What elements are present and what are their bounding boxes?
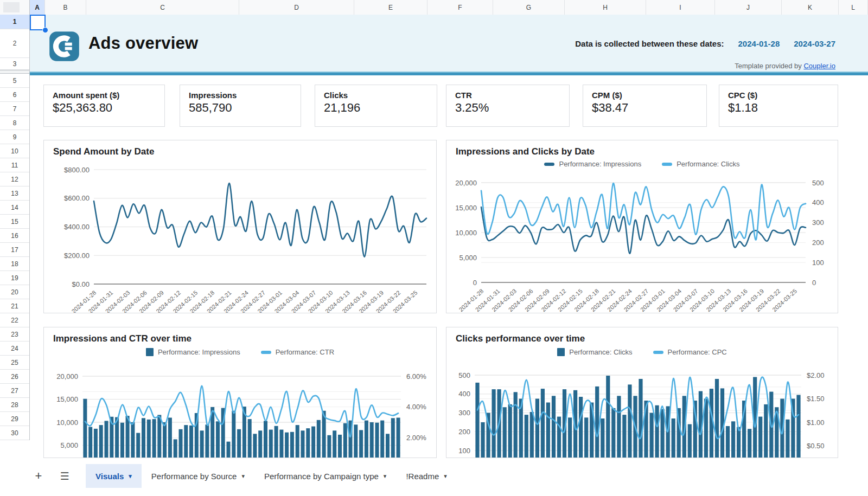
page-title: Ads overview <box>88 34 198 53</box>
row-header-24[interactable]: 24 <box>0 342 29 356</box>
kpi-card[interactable]: Clicks 21,196 <box>315 85 437 127</box>
row-header-1[interactable]: 1 <box>0 15 29 29</box>
sheet-tab-label: Performance by Source <box>151 472 237 481</box>
coupler-logo-icon <box>49 31 80 62</box>
svg-text:5,000: 5,000 <box>459 254 477 262</box>
svg-text:300: 300 <box>458 409 470 417</box>
row-header-29[interactable]: 29 <box>0 412 29 426</box>
kpi-label: Amount spent ($) <box>53 91 156 100</box>
kpi-label: CPM ($) <box>592 91 698 100</box>
column-header-E[interactable]: E <box>354 0 427 15</box>
row-header-7[interactable]: 7 <box>0 102 29 116</box>
row-header-19[interactable]: 19 <box>0 271 29 285</box>
row-header-14[interactable]: 14 <box>0 201 29 215</box>
svg-text:15,000: 15,000 <box>56 395 78 403</box>
svg-text:10,000: 10,000 <box>455 229 477 237</box>
row-header-10[interactable]: 10 <box>0 144 29 158</box>
svg-text:400: 400 <box>812 198 824 207</box>
kpi-label: CPC ($) <box>728 91 829 100</box>
svg-text:$800.00: $800.00 <box>64 166 90 174</box>
column-header-F[interactable]: F <box>427 0 493 15</box>
row-header-8[interactable]: 8 <box>0 116 29 130</box>
sheet-tab-label: Visuals <box>95 472 124 481</box>
row-header-26[interactable]: 26 <box>0 370 29 384</box>
svg-text:20,000: 20,000 <box>56 372 78 381</box>
column-header-I[interactable]: I <box>646 0 715 15</box>
svg-text:5,000: 5,000 <box>60 441 78 449</box>
column-header-G[interactable]: G <box>493 0 565 15</box>
select-all-corner[interactable] <box>0 0 30 15</box>
row-header-20[interactable]: 20 <box>0 285 29 299</box>
sheet-tab-performance-by-campaign-type[interactable]: Performance by Campaign type▾ <box>254 464 396 488</box>
row-header-17[interactable]: 17 <box>0 243 29 257</box>
row-header-16[interactable]: 16 <box>0 229 29 243</box>
row-header-25[interactable]: 25 <box>0 356 29 370</box>
row-header-22[interactable]: 22 <box>0 313 29 327</box>
chart-card-impressions-and-clicks-by-date[interactable]: Impressions and Clicks by Date Performan… <box>446 140 838 313</box>
row-header-18[interactable]: 18 <box>0 257 29 271</box>
svg-text:500: 500 <box>458 371 470 379</box>
column-header-C[interactable]: C <box>86 0 239 15</box>
date-start-cell[interactable]: 2024-01-28 <box>738 39 780 48</box>
tab-dropdown-icon[interactable]: ▾ <box>444 473 447 480</box>
row-header-3[interactable]: 3 <box>0 58 29 70</box>
svg-text:200: 200 <box>812 239 824 247</box>
row-header-2[interactable]: 2 <box>0 29 29 58</box>
svg-text:6.00%: 6.00% <box>406 372 426 381</box>
svg-text:100: 100 <box>812 259 824 267</box>
hidden-row-4-indicator[interactable] <box>0 70 29 74</box>
column-header-J[interactable]: J <box>715 0 782 15</box>
column-header-B[interactable]: B <box>45 0 86 15</box>
column-header-K[interactable]: K <box>782 0 839 15</box>
row-header-6[interactable]: 6 <box>0 88 29 102</box>
kpi-card[interactable]: CPM ($) $38.47 <box>583 85 707 127</box>
date-end-cell[interactable]: 2024-03-27 <box>794 39 835 48</box>
sheet-tab-visuals[interactable]: Visuals▾ <box>86 464 142 488</box>
chart-plot: 5,00010,00015,00020,0002.00%4.00%6.00% <box>44 327 437 458</box>
chart-card-spend-amount-by-date[interactable]: Spend Amount by Date $0.00$200.00$400.00… <box>43 140 437 313</box>
row-header-9[interactable]: 9 <box>0 130 29 144</box>
row-headers: 1235678910111213141516171819202122232425… <box>0 15 30 440</box>
add-sheet-button[interactable]: + <box>29 464 48 488</box>
row-header-5[interactable]: 5 <box>0 74 29 88</box>
kpi-label: CTR <box>455 91 560 100</box>
blue-divider <box>30 72 868 75</box>
chart-card-impressions-and-ctr-over-time[interactable]: Impressions and CTR over time Performanc… <box>43 327 437 458</box>
column-header-L[interactable]: L <box>839 0 868 15</box>
column-header-D[interactable]: D <box>239 0 354 15</box>
svg-text:$0.00: $0.00 <box>72 280 90 288</box>
tab-dropdown-icon[interactable]: ▾ <box>384 473 387 480</box>
row-header-27[interactable]: 27 <box>0 384 29 398</box>
svg-text:10,000: 10,000 <box>56 418 78 427</box>
coupler-link[interactable]: Coupler.io <box>803 62 835 70</box>
fill-handle[interactable] <box>42 27 48 33</box>
row-header-15[interactable]: 15 <box>0 215 29 229</box>
tab-dropdown-icon[interactable]: ▾ <box>129 473 132 480</box>
kpi-card[interactable]: CTR 3.25% <box>446 85 570 127</box>
sheet-grid[interactable]: Ads overview Data is collected between t… <box>0 0 868 460</box>
column-header-H[interactable]: H <box>565 0 646 15</box>
row-header-12[interactable]: 12 <box>0 172 29 186</box>
chart-card-clicks-performance-over-time[interactable]: Clicks performance over time Performance… <box>446 327 838 458</box>
sheet-tab-performance-by-source[interactable]: Performance by Source▾ <box>142 464 254 488</box>
svg-text:2.00%: 2.00% <box>406 434 426 442</box>
kpi-card[interactable]: Impressions 585,790 <box>180 85 301 127</box>
svg-text:100: 100 <box>458 447 470 455</box>
row-header-13[interactable]: 13 <box>0 186 29 201</box>
row-header-23[interactable]: 23 <box>0 327 29 342</box>
kpi-label: Clicks <box>324 91 428 100</box>
sheet-tab--readme[interactable]: !Readme▾ <box>396 464 456 488</box>
svg-text:15,000: 15,000 <box>455 204 477 212</box>
row-header-28[interactable]: 28 <box>0 398 29 412</box>
all-sheets-button[interactable]: ☰ <box>55 464 74 488</box>
kpi-card[interactable]: CPC ($) $1.18 <box>719 85 838 127</box>
kpi-card[interactable]: Amount spent ($) $25,363.80 <box>43 85 165 127</box>
row-header-21[interactable]: 21 <box>0 299 29 313</box>
column-header-A[interactable]: A <box>30 0 45 15</box>
kpi-value: 3.25% <box>455 101 560 115</box>
tab-dropdown-icon[interactable]: ▾ <box>241 473 245 480</box>
svg-text:$600.00: $600.00 <box>64 194 90 202</box>
row-header-30[interactable]: 30 <box>0 426 29 440</box>
row-header-11[interactable]: 11 <box>0 158 29 172</box>
svg-text:400: 400 <box>458 390 470 398</box>
